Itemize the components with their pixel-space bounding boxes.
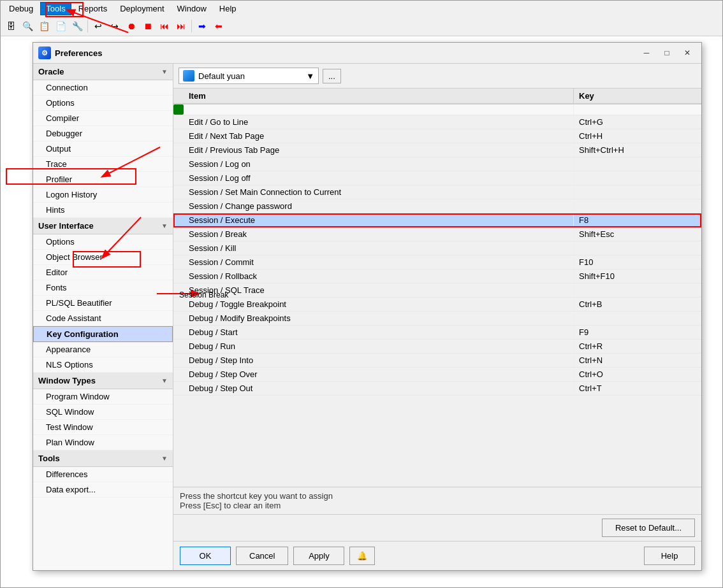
panel-toolbar: Default yuan ▼ ... xyxy=(173,64,701,89)
key-row[interactable]: Debug / Step OverCtrl+O xyxy=(173,368,701,382)
ok-button[interactable]: OK xyxy=(180,547,231,565)
sidebar-item-sql-window[interactable]: SQL Window xyxy=(33,405,173,420)
sidebar-item-test-window[interactable]: Test Window xyxy=(33,420,173,435)
key-row[interactable]: Session / SQL Trace xyxy=(173,283,701,298)
close-button[interactable]: ✕ xyxy=(678,47,696,59)
dialog-titlebar: ⚙ Preferences ─ □ ✕ xyxy=(33,43,701,64)
key-row[interactable]: Edit / Next Tab PageCtrl+H xyxy=(173,129,701,143)
toolbar-btn-1[interactable]: 🗄 xyxy=(3,18,18,34)
row-key-label xyxy=(574,283,701,297)
toolbar-btn-red1[interactable]: ⏺ xyxy=(124,18,139,34)
key-row[interactable]: Edit / Previous Tab PageShift+Ctrl+H xyxy=(173,143,701,157)
minimize-button[interactable]: ─ xyxy=(638,47,655,59)
sidebar-item-debugger[interactable]: Debugger xyxy=(33,126,173,141)
key-row[interactable]: Session / Set Main Connection to Current xyxy=(173,185,701,199)
row-item-label: Session / SQL Trace xyxy=(184,283,574,297)
preferences-dialog: ⚙ Preferences ─ □ ✕ Oracle ▼ Connection … xyxy=(33,42,702,571)
menu-debug[interactable]: Debug xyxy=(3,2,39,15)
key-list-container[interactable]: Item Key Edit / Go to LineCtrl+GEdit / N… xyxy=(173,89,701,487)
help-button[interactable]: Help xyxy=(644,547,695,565)
cancel-button[interactable]: Cancel xyxy=(236,547,288,565)
toolbar-btn-nav-fwd[interactable]: ➡ xyxy=(194,18,210,34)
active-key-label xyxy=(574,104,701,115)
toolbar-btn-red3[interactable]: ⏮ xyxy=(157,18,172,34)
sidebar-item-appearance[interactable]: Appearance xyxy=(33,342,173,357)
sidebar-section-window-types[interactable]: Window Types ▼ xyxy=(33,373,173,389)
key-row[interactable]: Session / Change password xyxy=(173,199,701,213)
key-row[interactable]: Session / Kill xyxy=(173,241,701,255)
sidebar-item-ui-options[interactable]: Options xyxy=(33,234,173,250)
menu-tools[interactable]: Tools xyxy=(40,2,71,15)
menu-deployment[interactable]: Deployment xyxy=(114,2,170,15)
menu-help[interactable]: Help xyxy=(214,2,242,15)
sidebar-section-tools[interactable]: Tools ▼ xyxy=(33,450,173,467)
toolbar-btn-undo[interactable]: ↩ xyxy=(91,18,106,34)
toolbar-btn-wrench[interactable]: 🔧 xyxy=(69,18,85,34)
sidebar-item-hints[interactable]: Hints xyxy=(33,203,173,218)
header-item-col: Item xyxy=(184,89,574,103)
key-row[interactable]: Debug / Step OutCtrl+T xyxy=(173,382,701,396)
row-indicator xyxy=(173,143,184,157)
sidebar-item-trace[interactable]: Trace xyxy=(33,157,173,172)
sidebar-item-nls-options[interactable]: NLS Options xyxy=(33,357,173,373)
more-button[interactable]: ... xyxy=(323,69,341,83)
sidebar-item-plan-window[interactable]: Plan Window xyxy=(33,435,173,450)
key-row[interactable]: Debug / Step IntoCtrl+N xyxy=(173,354,701,368)
key-row[interactable]: Debug / Modify Breakpoints xyxy=(173,312,701,326)
maximize-button[interactable]: □ xyxy=(658,47,676,59)
row-key-label xyxy=(574,185,701,199)
row-indicator xyxy=(173,326,184,339)
reset-button[interactable]: Reset to Default... xyxy=(602,519,695,537)
toolbar-btn-red4[interactable]: ⏭ xyxy=(173,18,189,34)
key-row[interactable]: Debug / Toggle BreakpointCtrl+B xyxy=(173,298,701,312)
toolbar-btn-nav-back[interactable]: ⬅ xyxy=(211,18,226,34)
row-item-label: Debug / Toggle Breakpoint xyxy=(184,298,574,311)
sidebar-item-editor[interactable]: Editor xyxy=(33,265,173,280)
sidebar-item-compiler[interactable]: Compiler xyxy=(33,111,173,126)
toolbar-btn-red2[interactable]: ⏹ xyxy=(140,18,156,34)
toolbar-btn-2[interactable]: 🔍 xyxy=(20,18,35,34)
row-item-label: Session / Execute xyxy=(184,213,574,227)
sidebar-item-object-browser[interactable]: Object Browser xyxy=(33,250,173,265)
sidebar-item-fonts[interactable]: Fonts xyxy=(33,280,173,296)
toolbar-btn-redo[interactable]: ↪ xyxy=(107,18,122,34)
help-icon-btn[interactable]: 🔔 xyxy=(349,547,375,565)
key-row[interactable]: Debug / RunCtrl+R xyxy=(173,340,701,354)
row-indicator xyxy=(173,185,184,199)
scheme-selector[interactable]: Default yuan ▼ xyxy=(179,68,319,84)
sidebar-item-output[interactable]: Output xyxy=(33,141,173,157)
scheme-icon xyxy=(183,70,194,82)
sidebar-item-logon-history[interactable]: Logon History xyxy=(33,187,173,203)
menu-window[interactable]: Window xyxy=(172,2,212,15)
sidebar-item-code-assistant[interactable]: Code Assistant xyxy=(33,311,173,326)
status-line-2: Press [Esc] to clear an item xyxy=(180,501,695,510)
sidebar-section-user-interface[interactable]: User Interface ▼ xyxy=(33,218,173,234)
row-indicator xyxy=(173,312,184,325)
key-row[interactable]: Session / BreakShift+Esc xyxy=(173,227,701,241)
sidebar-item-profiler[interactable]: Profiler xyxy=(33,172,173,187)
row-indicator xyxy=(173,241,184,255)
key-rows-container: Edit / Go to LineCtrl+GEdit / Next Tab P… xyxy=(173,115,701,396)
apply-button[interactable]: Apply xyxy=(293,547,344,565)
status-line-1: Press the shortcut key you want to assig… xyxy=(180,491,695,501)
sidebar-item-plsql-beautifier[interactable]: PL/SQL Beautifier xyxy=(33,296,173,311)
sidebar-section-oracle[interactable]: Oracle ▼ xyxy=(33,64,173,80)
sidebar-item-connection[interactable]: Connection xyxy=(33,80,173,96)
row-key-label: Ctrl+N xyxy=(574,354,701,367)
sidebar-item-program-window[interactable]: Program Window xyxy=(33,389,173,405)
key-row[interactable]: Session / Log off xyxy=(173,171,701,185)
key-row[interactable]: Edit / Go to LineCtrl+G xyxy=(173,115,701,129)
key-row[interactable]: Session / RollbackShift+F10 xyxy=(173,269,701,283)
key-row[interactable]: Session / CommitF10 xyxy=(173,255,701,269)
toolbar-btn-4[interactable]: 📄 xyxy=(53,18,68,34)
key-row[interactable]: Debug / StartF9 xyxy=(173,326,701,340)
sidebar-item-key-configuration[interactable]: Key Configuration xyxy=(33,326,173,342)
sidebar-item-data-export[interactable]: Data export... xyxy=(33,482,173,498)
sidebar-item-differences[interactable]: Differences xyxy=(33,467,173,482)
sidebar-item-options[interactable]: Options xyxy=(33,96,173,111)
menu-reports[interactable]: Reports xyxy=(73,2,113,15)
key-row[interactable]: Session / ExecuteF8 xyxy=(173,213,701,227)
key-row[interactable]: Session / Log on xyxy=(173,157,701,171)
row-key-label xyxy=(574,171,701,185)
toolbar-btn-3[interactable]: 📋 xyxy=(36,18,52,34)
